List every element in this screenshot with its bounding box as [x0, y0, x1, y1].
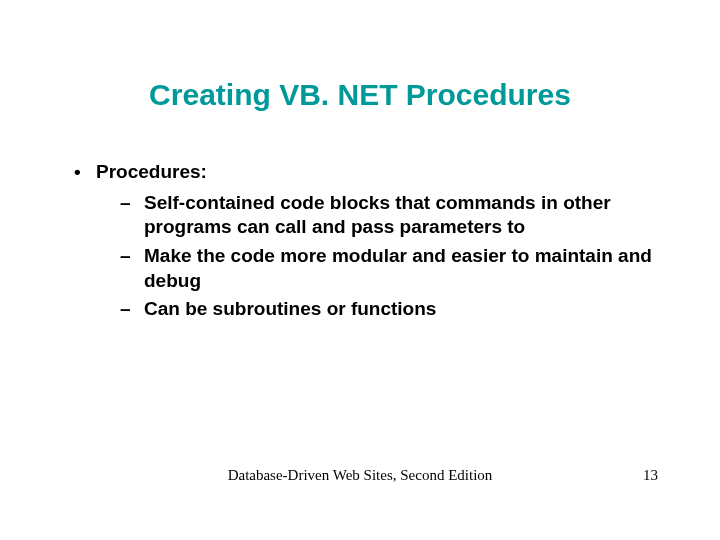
sub-bullet-text: Make the code more modular and easier to…: [144, 245, 652, 291]
list-item: Make the code more modular and easier to…: [114, 244, 660, 293]
footer-source: Database-Driven Web Sites, Second Editio…: [0, 467, 720, 484]
slide: Creating VB. NET Procedures Procedures: …: [0, 0, 720, 540]
list-item: Procedures: Self-contained code blocks t…: [72, 160, 660, 322]
bullet-list-level2: Self-contained code blocks that commands…: [96, 191, 660, 322]
sub-bullet-text: Can be subroutines or functions: [144, 298, 436, 319]
sub-bullet-text: Self-contained code blocks that commands…: [144, 192, 611, 238]
slide-body: Procedures: Self-contained code blocks t…: [72, 160, 660, 328]
slide-title: Creating VB. NET Procedures: [0, 78, 720, 112]
bullet-main-text: Procedures:: [96, 161, 207, 182]
list-item: Can be subroutines or functions: [114, 297, 660, 322]
list-item: Self-contained code blocks that commands…: [114, 191, 660, 240]
page-number: 13: [643, 467, 658, 484]
bullet-list-level1: Procedures: Self-contained code blocks t…: [72, 160, 660, 322]
